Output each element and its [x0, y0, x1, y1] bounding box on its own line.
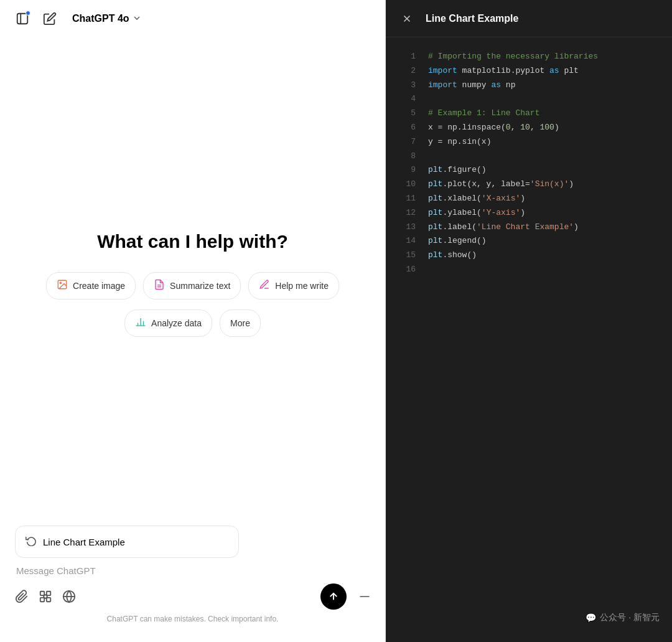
line-content: plt.show() [428, 249, 477, 262]
code-line: 1# Importing the necessary libraries [386, 50, 672, 64]
tools-button[interactable] [39, 590, 52, 603]
code-line: 8 [386, 149, 672, 164]
svg-rect-11 [40, 592, 44, 595]
image-icon [57, 279, 68, 293]
refresh-icon [26, 535, 37, 549]
line-content: plt.ylabel('Y-axis') [428, 207, 525, 220]
line-number: 6 [398, 121, 416, 135]
send-button[interactable] [320, 583, 347, 610]
line-number: 13 [398, 221, 416, 234]
line-number: 1 [398, 50, 416, 64]
code-header: Line Chart Example [386, 0, 672, 37]
line-content: plt.xlabel('X-axis') [428, 192, 525, 205]
watermark-text: 公众号 · 新智元 [600, 612, 660, 623]
code-line: 9plt.figure() [386, 163, 672, 177]
chart-icon [135, 316, 146, 330]
line-number: 12 [398, 207, 416, 220]
bottom-area: Line Chart Example Message ChatGPT [0, 513, 385, 642]
line-number: 11 [398, 192, 416, 205]
line-number: 7 [398, 136, 416, 149]
code-body: 1# Importing the necessary libraries2imp… [386, 37, 672, 642]
pending-prompt-chip[interactable]: Line Chart Example [15, 526, 239, 558]
document-icon [154, 279, 165, 293]
svg-rect-13 [40, 598, 44, 602]
code-line: 7y = np.sin(x) [386, 135, 672, 149]
code-line: 13plt.label('Line Chart Example') [386, 220, 672, 235]
code-line: 11plt.xlabel('X-axis') [386, 192, 672, 206]
create-image-button[interactable]: Create image [46, 272, 136, 300]
watermark: 💬 公众号 · 新智元 [586, 612, 660, 623]
code-line: 5# Example 1: Line Chart [386, 106, 672, 121]
line-number: 5 [398, 107, 416, 120]
message-input-placeholder: Message ChatGPT [15, 565, 370, 576]
top-bar: ChatGPT 4o [0, 0, 385, 37]
summarize-text-button[interactable]: Summarize text [143, 272, 241, 300]
pending-prompt-text: Line Chart Example [43, 537, 125, 547]
line-content: plt.plot(x, y, label='Sin(x)') [428, 178, 574, 191]
more-label: More [230, 318, 250, 328]
wechat-icon: 💬 [586, 613, 596, 623]
code-line: 4 [386, 92, 672, 106]
svg-rect-12 [47, 592, 50, 595]
attach-button[interactable] [15, 590, 29, 603]
line-number: 16 [398, 263, 416, 276]
action-buttons-row1: Create image Summarize text [46, 272, 339, 300]
left-panel: ChatGPT 4o What can I help with? Creat [0, 0, 386, 642]
line-content: # Importing the necessary libraries [428, 50, 598, 64]
line-content: import matplotlib.pyplot as plt [428, 65, 579, 78]
disclaimer-text: ChatGPT can make mistakes. Check importa… [15, 615, 370, 623]
line-content: import numpy as np [428, 79, 515, 92]
globe-button[interactable] [62, 590, 76, 603]
more-options-button[interactable] [359, 591, 370, 602]
notification-dot [26, 11, 30, 16]
more-button[interactable]: More [220, 309, 261, 337]
write-icon [259, 279, 270, 293]
code-line: 16 [386, 263, 672, 277]
code-line: 6x = np.linspace(0, 10, 100) [386, 121, 672, 135]
line-content: y = np.sin(x) [428, 136, 491, 149]
line-content: plt.legend() [428, 235, 487, 248]
line-number: 3 [398, 79, 416, 92]
code-line: 14plt.legend() [386, 234, 672, 248]
action-buttons-row2: Analyze data More [124, 309, 261, 337]
line-number: 10 [398, 178, 416, 191]
svg-point-3 [60, 282, 61, 283]
code-line: 15plt.show() [386, 248, 672, 263]
line-number: 14 [398, 235, 416, 248]
line-content: plt.figure() [428, 164, 487, 177]
line-number: 4 [398, 93, 416, 106]
summarize-text-label: Summarize text [170, 281, 230, 291]
code-line: 2import matplotlib.pyplot as plt [386, 64, 672, 78]
hero-title: What can I help with? [97, 231, 288, 252]
create-image-label: Create image [73, 281, 125, 291]
analyze-data-label: Analyze data [151, 318, 202, 328]
close-panel-button[interactable] [398, 10, 416, 27]
help-write-button[interactable]: Help me write [248, 272, 339, 300]
line-content: plt.label('Line Chart Example') [428, 221, 579, 234]
line-number: 9 [398, 164, 416, 177]
analyze-data-button[interactable]: Analyze data [124, 309, 212, 337]
sidebar-toggle-button[interactable] [12, 9, 32, 29]
code-panel-title: Line Chart Example [426, 13, 518, 24]
model-name: ChatGPT 4o [72, 13, 129, 24]
line-number: 15 [398, 249, 416, 262]
line-number: 2 [398, 65, 416, 78]
help-write-label: Help me write [275, 281, 329, 291]
code-line: 10plt.plot(x, y, label='Sin(x)') [386, 177, 672, 192]
right-panel: Line Chart Example 1# Importing the nece… [386, 0, 672, 642]
line-content: # Example 1: Line Chart [428, 107, 539, 120]
model-selector[interactable]: ChatGPT 4o [67, 11, 147, 27]
new-chat-button[interactable] [40, 9, 60, 29]
code-line: 12plt.ylabel('Y-axis') [386, 206, 672, 220]
code-line: 3import numpy as np [386, 78, 672, 93]
line-number: 8 [398, 150, 416, 163]
toolbar [15, 583, 370, 610]
svg-rect-14 [47, 598, 50, 602]
line-content: x = np.linspace(0, 10, 100) [428, 121, 559, 135]
chevron-down-icon [132, 13, 142, 25]
